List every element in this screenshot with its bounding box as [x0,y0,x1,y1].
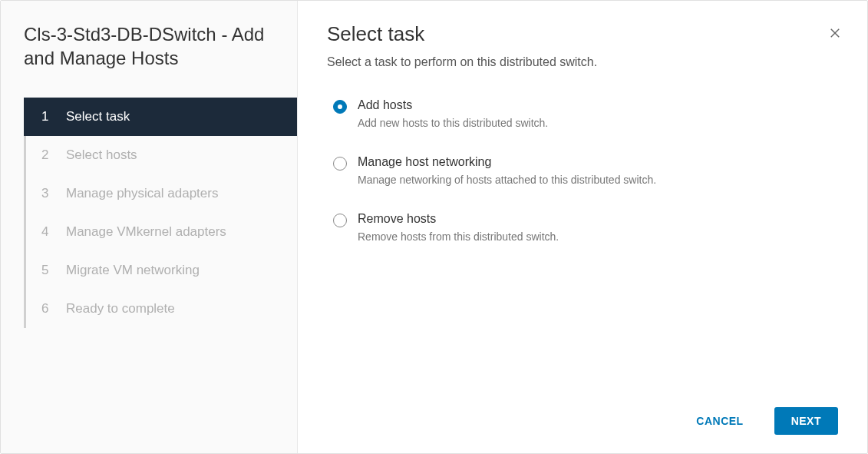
step-select-task[interactable]: 1 Select task [24,98,297,136]
step-number: 4 [41,224,57,240]
step-number: 3 [41,186,57,201]
step-number: 6 [41,301,57,316]
wizard-footer: CANCEL NEXT [327,407,838,435]
option-desc: Manage networking of hosts attached to t… [358,174,656,186]
option-body: Remove hosts Remove hosts from this dist… [358,212,559,243]
step-migrate-vm-networking: 5 Migrate VM networking [24,251,297,290]
radio-icon [333,214,347,227]
step-number: 1 [41,109,57,124]
option-desc: Add new hosts to this distributed switch… [358,117,548,129]
step-ready-to-complete: 6 Ready to complete [24,290,297,328]
task-options: Add hosts Add new hosts to this distribu… [327,98,838,243]
step-label: Select task [66,109,130,124]
option-manage-host-networking[interactable]: Manage host networking Manage networking… [333,155,838,186]
wizard-title: Cls-3-Std3-DB-DSwitch - Add and Manage H… [24,22,297,70]
option-add-hosts[interactable]: Add hosts Add new hosts to this distribu… [333,98,838,129]
cancel-button[interactable]: CANCEL [679,407,760,435]
step-manage-physical-adapters: 3 Manage physical adapters [24,174,297,213]
option-label: Remove hosts [358,212,559,226]
option-body: Manage host networking Manage networking… [358,155,656,186]
next-button[interactable]: NEXT [774,407,838,435]
wizard-main: Select task Select a task to perform on … [298,1,867,453]
wizard-dialog: Cls-3-Std3-DB-DSwitch - Add and Manage H… [0,0,868,454]
option-body: Add hosts Add new hosts to this distribu… [358,98,548,129]
page-subtitle: Select a task to perform on this distrib… [327,55,838,69]
option-remove-hosts[interactable]: Remove hosts Remove hosts from this dist… [333,212,838,243]
step-label: Ready to complete [66,301,175,316]
option-label: Manage host networking [358,155,656,169]
page-title: Select task [327,22,838,46]
close-icon [828,26,842,40]
step-label: Migrate VM networking [66,263,200,278]
option-label: Add hosts [358,98,548,112]
wizard-sidebar: Cls-3-Std3-DB-DSwitch - Add and Manage H… [1,1,298,453]
radio-icon [333,100,347,114]
step-number: 5 [41,263,57,278]
step-number: 2 [41,147,57,163]
wizard-steps: 1 Select task 2 Select hosts 3 Manage ph… [24,98,297,328]
step-label: Select hosts [66,147,137,163]
close-button[interactable] [824,22,846,44]
step-label: Manage physical adapters [66,186,218,201]
option-desc: Remove hosts from this distributed switc… [358,230,559,243]
step-select-hosts: 2 Select hosts [24,136,297,174]
step-label: Manage VMkernel adapters [66,224,226,240]
radio-icon [333,157,347,171]
step-manage-vmkernel-adapters: 4 Manage VMkernel adapters [24,213,297,251]
